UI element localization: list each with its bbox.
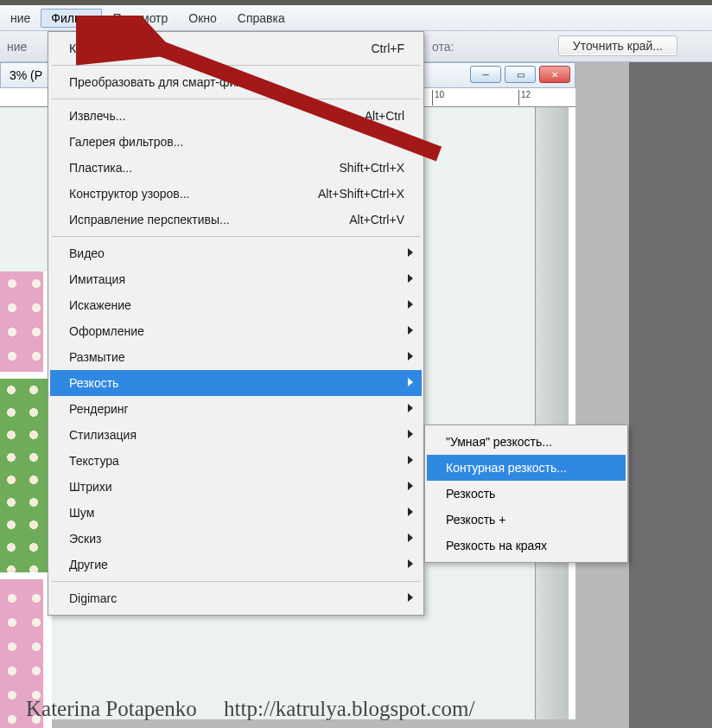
chevron-right-icon [408,404,413,412]
submenu-sharpen-edges[interactable]: Резкость на краях [427,533,626,559]
refine-edge-button[interactable]: Уточнить край... [558,35,677,56]
menu-brush-strokes[interactable]: Штрихи [50,474,422,500]
menu-filter-gallery[interactable]: Галерея фильтров... [50,129,422,155]
maximize-button[interactable]: ▭ [505,66,536,83]
toolbar-height-label: ота: [432,40,454,54]
menu-sketch[interactable]: Эскиз [50,526,422,552]
menu-item-window[interactable]: Окно [178,9,227,28]
menu-vanishing-point[interactable]: Исправление перспективы...Alt+Ctrl+V [50,207,422,233]
menu-noise[interactable]: Шум [50,500,422,526]
menu-extract[interactable]: Извлечь...Alt+Ctrl [50,103,422,129]
chevron-right-icon [408,378,413,386]
menu-distort[interactable]: Искажение [50,292,422,318]
watermark-author: Katerina Potapenko [26,697,197,720]
menu-artistic[interactable]: Имитация [50,266,422,292]
menu-liquify[interactable]: Пластика...Shift+Ctrl+X [50,155,422,181]
menu-stylize[interactable]: Стилизация [50,422,422,448]
chevron-right-icon [408,482,413,490]
chevron-right-icon [408,508,413,516]
menu-item-view[interactable]: Просмотр [102,9,178,28]
submenu-sharpen-more[interactable]: Резкость + [427,507,626,533]
watermark-url: http://katrulya.blogspot.com/ [224,697,474,720]
chevron-right-icon [408,456,413,464]
chevron-right-icon [408,326,413,335]
chevron-right-icon [408,559,413,568]
chevron-right-icon [408,533,413,542]
menubar: ние Фильтр Просмотр Окно Справка [0,5,712,31]
submenu-sharpen[interactable]: Резкость [427,481,626,507]
chevron-right-icon [408,274,413,283]
menu-pattern-maker[interactable]: Конструктор узоров...Alt+Shift+Ctrl+X [50,181,422,207]
watermark: Katerina Potapenko http://katrulya.blogs… [26,697,474,721]
chevron-right-icon [408,300,413,309]
canvas-shadow [536,107,569,719]
menu-render[interactable]: Рендеринг [50,396,422,422]
chevron-right-icon [408,352,413,361]
menu-last-filter[interactable]: Контурная ре Ctrl+F [50,35,422,61]
menu-texture[interactable]: Текстура [50,448,422,474]
menu-stylize2[interactable]: Оформление [50,318,422,344]
ruler-tick-10: 10 [432,90,444,105]
menu-item-prev[interactable]: ние [0,9,41,28]
chevron-right-icon [408,430,413,438]
menu-sharpen[interactable]: Резкость [50,370,422,396]
filter-menu-dropdown: Контурная ре Ctrl+F Преобразовать для см… [48,31,424,616]
menu-item-help[interactable]: Справка [227,9,296,28]
toolbar-left-label: ние [7,40,27,54]
menu-other[interactable]: Другие [50,552,422,578]
menu-video[interactable]: Видео [50,240,422,266]
close-button[interactable]: ✕ [539,66,570,83]
menu-item-filter[interactable]: Фильтр [41,9,102,28]
panel-dock-area [629,62,712,728]
submenu-unsharp-mask[interactable]: Контурная резкость... [427,455,626,481]
menu-convert-smart[interactable]: Преобразовать для смарт-фил ов [50,69,422,95]
sharpen-submenu: "Умная" резкость... Контурная резкость..… [424,425,628,563]
menu-blur[interactable]: Размытие [50,344,422,370]
document-title: 3% (Р [10,68,42,82]
submenu-smart-sharpen[interactable]: "Умная" резкость... [427,429,626,455]
chevron-right-icon [408,248,413,257]
ruler-tick-12: 12 [518,90,531,105]
menu-digimarc[interactable]: Digimarc [50,585,422,611]
chevron-right-icon [408,593,413,602]
minimize-button[interactable]: ─ [470,66,501,83]
